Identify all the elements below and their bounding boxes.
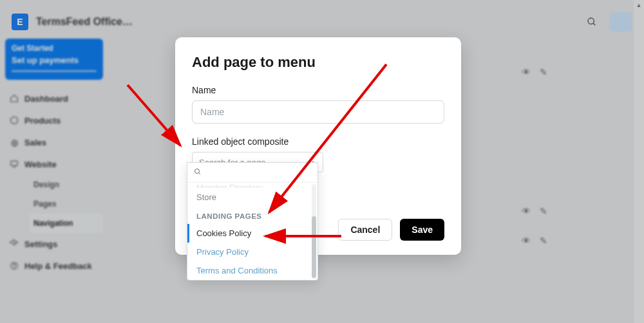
svg-point-7 xyxy=(195,169,200,174)
linked-object-dropdown: Member Directory Store LANDING PAGES Coo… xyxy=(187,162,318,281)
dropdown-item-terms-and-conditions[interactable]: Terms and Conditions xyxy=(187,261,317,280)
dropdown-item-partial[interactable]: Member Directory xyxy=(187,183,317,188)
name-label: Name xyxy=(192,85,444,95)
dropdown-section-landing-pages: LANDING PAGES xyxy=(187,207,317,224)
linked-object-label: Linked object composite xyxy=(192,136,444,147)
svg-line-8 xyxy=(199,173,201,175)
search-icon xyxy=(194,168,202,176)
dropdown-scroll-thumb[interactable] xyxy=(312,216,316,278)
dropdown-item-cookies-policy[interactable]: Cookies Policy xyxy=(187,224,317,243)
dropdown-item-privacy-policy[interactable]: Privacy Policy xyxy=(187,243,317,261)
cancel-button[interactable]: Cancel xyxy=(338,219,392,241)
dropdown-item-store[interactable]: Store xyxy=(187,188,317,207)
modal-title: Add page to menu xyxy=(192,54,444,71)
name-input[interactable] xyxy=(192,100,444,124)
dropdown-search[interactable] xyxy=(187,163,317,183)
save-button[interactable]: Save xyxy=(400,219,444,241)
